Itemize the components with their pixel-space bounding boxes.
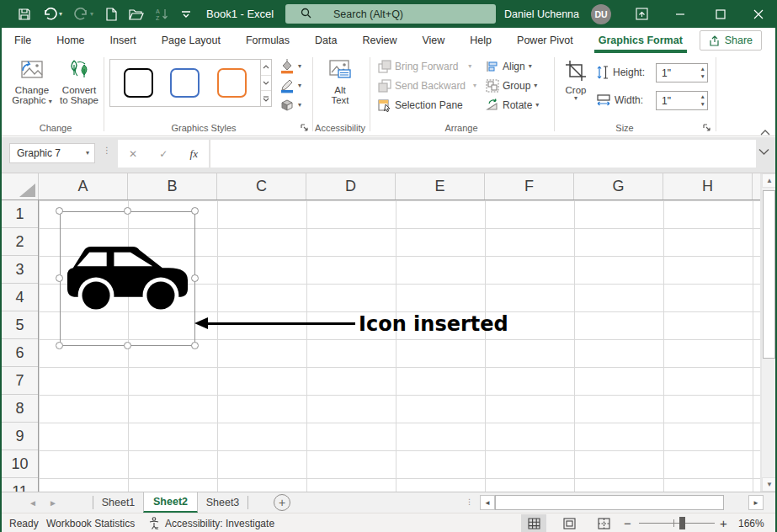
insert-function-icon[interactable]: fx: [190, 147, 198, 161]
row-header-11[interactable]: 11: [2, 478, 38, 492]
style-swatch-orange[interactable]: [217, 68, 247, 98]
handle-mid-left[interactable]: [56, 274, 63, 282]
page-layout-view-button[interactable]: [556, 514, 582, 532]
select-all-corner[interactable]: [2, 173, 39, 200]
row-header-2[interactable]: 2: [2, 228, 38, 256]
tab-page-layout[interactable]: Page Layout: [149, 28, 233, 53]
height-spinner[interactable]: ▲▼: [700, 66, 705, 80]
tab-power-pivot[interactable]: Power Pivot: [504, 28, 586, 53]
row-header-3[interactable]: 3: [2, 256, 38, 284]
horizontal-scroll-thumb[interactable]: [495, 495, 724, 510]
sheet-nav-right-icon[interactable]: ►: [49, 492, 57, 513]
height-input[interactable]: 1" ▲▼: [656, 63, 708, 82]
page-break-view-button[interactable]: [591, 514, 616, 532]
send-backward-button[interactable]: Send Backward ▾: [378, 78, 476, 93]
tab-home[interactable]: Home: [44, 28, 97, 53]
scroll-up-icon[interactable]: ▲: [762, 173, 777, 188]
tab-graphics-format[interactable]: Graphics Format: [586, 28, 695, 53]
column-header-d[interactable]: D: [306, 173, 396, 200]
user-name[interactable]: Daniel Uchenna: [504, 0, 579, 28]
width-input[interactable]: 1" ▲▼: [656, 91, 708, 110]
search-input[interactable]: Search (Alt+Q): [285, 4, 496, 24]
row-header-1[interactable]: 1: [2, 200, 38, 228]
gallery-down-icon[interactable]: [261, 76, 271, 92]
column-header-f[interactable]: F: [485, 173, 574, 200]
convert-to-shape-button[interactable]: Convert to Shape: [56, 56, 103, 105]
row-header-4[interactable]: 4: [2, 284, 38, 311]
column-header-a[interactable]: A: [39, 173, 128, 200]
zoom-slider-thumb[interactable]: [679, 517, 685, 529]
scroll-down-icon[interactable]: ▼: [762, 477, 777, 492]
sort-az-icon[interactable]: AZ: [156, 8, 169, 21]
maximize-button[interactable]: [701, 0, 739, 28]
row-header-10[interactable]: 10: [2, 450, 38, 478]
vertical-scrollbar[interactable]: ▲ ▼: [762, 173, 777, 492]
column-header-e[interactable]: E: [396, 173, 485, 200]
width-spinner[interactable]: ▲▼: [700, 93, 705, 108]
tab-data[interactable]: Data: [302, 28, 349, 53]
enter-icon[interactable]: ✓: [159, 148, 168, 160]
tab-review[interactable]: Review: [349, 28, 409, 53]
row-header-6[interactable]: 6: [2, 339, 38, 367]
gallery-more-icon[interactable]: [261, 91, 271, 106]
formula-input[interactable]: [210, 140, 756, 168]
handle-bottom-mid[interactable]: [124, 342, 131, 349]
minimize-button[interactable]: [661, 0, 699, 28]
zoom-out-icon[interactable]: −: [624, 513, 631, 532]
share-button[interactable]: Share: [700, 30, 762, 51]
normal-view-button[interactable]: [521, 514, 546, 532]
rotate-button[interactable]: Rotate ▾: [486, 98, 539, 113]
style-swatch-black[interactable]: [124, 68, 153, 98]
save-icon[interactable]: [18, 8, 31, 21]
column-header-b[interactable]: B: [128, 173, 217, 200]
column-header-c[interactable]: C: [217, 173, 306, 200]
zoom-in-icon[interactable]: +: [720, 513, 727, 532]
ribbon-display-options-icon[interactable]: [623, 0, 661, 28]
row-header-8[interactable]: 8: [2, 395, 38, 423]
selection-pane-button[interactable]: Selection Pane: [378, 98, 463, 113]
name-box-dropdown-icon[interactable]: ▾: [86, 150, 89, 157]
handle-bottom-left[interactable]: [56, 342, 63, 349]
add-sheet-button[interactable]: +: [274, 494, 290, 511]
open-folder-icon[interactable]: [129, 8, 144, 20]
handle-top-mid[interactable]: [124, 207, 131, 215]
sheet-nav-left-icon[interactable]: ◄: [29, 492, 37, 513]
expand-formula-bar-icon[interactable]: [758, 147, 769, 157]
tab-insert[interactable]: Insert: [98, 28, 149, 53]
tab-help[interactable]: Help: [457, 28, 504, 53]
group-button[interactable]: Group ▾: [486, 78, 537, 93]
avatar[interactable]: DU: [591, 4, 611, 24]
tab-formulas[interactable]: Formulas: [233, 28, 302, 53]
close-button[interactable]: [739, 0, 777, 28]
sheet-tab-sheet1[interactable]: Sheet1: [93, 492, 143, 513]
style-swatch-blue[interactable]: [170, 68, 200, 98]
workbook-statistics[interactable]: Workbook Statistics: [46, 513, 135, 532]
styles-dialog-launcher-icon[interactable]: [301, 124, 311, 134]
row-header-9[interactable]: 9: [2, 423, 38, 450]
vertical-scroll-thumb[interactable]: [763, 190, 775, 359]
zoom-level[interactable]: 166%: [738, 513, 764, 532]
crop-button[interactable]: Crop ▾: [559, 56, 593, 102]
handle-top-left[interactable]: [56, 207, 63, 215]
handle-mid-right[interactable]: [191, 274, 199, 282]
gallery-scroll[interactable]: [261, 59, 272, 107]
tab-file[interactable]: File: [2, 28, 44, 53]
horizontal-scrollbar[interactable]: [495, 495, 748, 510]
car-graphic[interactable]: [67, 245, 189, 311]
tab-view[interactable]: View: [409, 28, 457, 53]
accessibility-status[interactable]: Accessibility: Investigate: [148, 513, 274, 532]
alt-text-button[interactable]: Alt Text: [317, 56, 363, 105]
bring-forward-button[interactable]: Bring Forward ▾: [378, 59, 471, 74]
redo-icon[interactable]: ▾: [74, 8, 93, 20]
sheet-tab-sheet3[interactable]: Sheet3: [198, 492, 247, 513]
column-header-g[interactable]: G: [574, 173, 663, 200]
row-header-5[interactable]: 5: [2, 311, 38, 339]
column-header-h[interactable]: H: [663, 173, 753, 200]
graphic-effects-button[interactable]: ▾: [279, 98, 301, 113]
size-dialog-launcher-icon[interactable]: [703, 124, 713, 134]
graphic-fill-button[interactable]: ▾: [279, 59, 301, 74]
graphic-outline-button[interactable]: ▾: [279, 78, 301, 93]
new-file-icon[interactable]: [105, 8, 117, 21]
align-button[interactable]: Align ▾: [486, 59, 532, 74]
name-box[interactable]: Graphic 7 ▾: [9, 143, 95, 163]
